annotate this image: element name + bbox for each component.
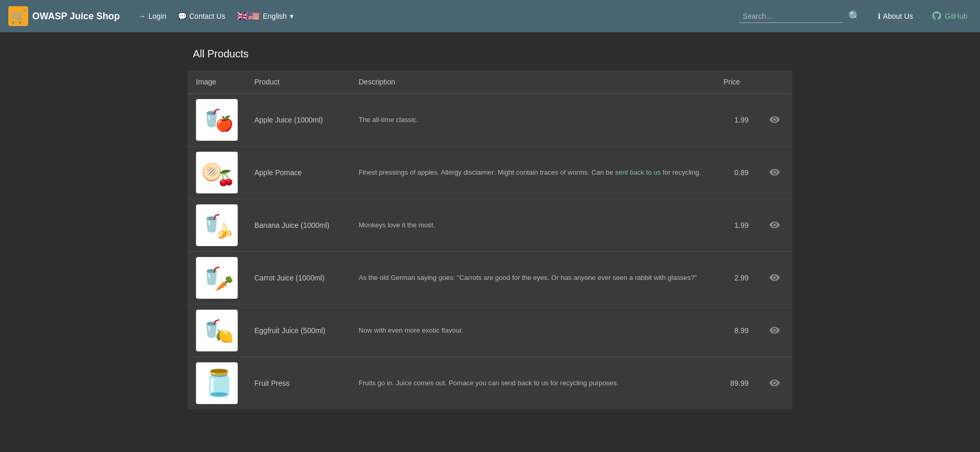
table-row: 🫙 Fruit PressFruits go in. Juice comes o…	[188, 357, 792, 410]
product-price-cell: 8.99	[715, 304, 757, 357]
view-product-button[interactable]	[765, 377, 784, 389]
product-description-cell: The all-time classic.	[350, 94, 715, 146]
product-description: Monkeys love it the most.	[359, 221, 435, 229]
svg-text:🍎: 🍎	[215, 115, 234, 132]
chevron-down-icon: ▾	[290, 12, 293, 20]
language-selector[interactable]: 🇬🇧🇺🇸 English ▾	[232, 8, 298, 24]
svg-text:🍒: 🍒	[217, 169, 235, 187]
view-product-button[interactable]	[765, 114, 784, 126]
eye-icon	[769, 116, 780, 124]
logo-icon: 🛒	[8, 6, 28, 26]
app-title: OWASP Juice Shop	[32, 11, 120, 22]
products-body: 🥤 🍎 Apple Juice (1000ml)The all-time cla…	[188, 94, 792, 410]
login-button[interactable]: → Login	[134, 10, 170, 22]
svg-text:🥕: 🥕	[215, 275, 234, 292]
info-icon: ℹ	[878, 12, 880, 20]
products-table: Image Product Description Price 🥤 🍎 Appl…	[188, 70, 792, 409]
product-name-cell: Fruit Press	[246, 357, 350, 410]
product-price-cell: 1.99	[715, 94, 757, 146]
col-header-action	[757, 70, 792, 94]
eye-icon	[769, 222, 780, 229]
product-image: 🥤 🍋	[196, 310, 238, 351]
product-price: 89.99	[730, 379, 749, 387]
product-image-cell: 🫓 🍒	[188, 146, 246, 199]
table-row: 🫓 🍒 Apple PomaceFinest pressings of appl…	[188, 146, 792, 199]
product-price: 1.99	[734, 221, 749, 229]
view-product-button[interactable]	[765, 325, 784, 336]
header-nav: → Login 💬 Contact Us 🇬🇧🇺🇸 English ▾	[134, 8, 298, 24]
product-description: Fruits go in. Juice comes out. Pomace yo…	[359, 379, 619, 387]
product-description: Finest pressings of apples. Allergy disc…	[359, 168, 701, 176]
eye-icon	[769, 169, 780, 176]
col-header-description: Description	[350, 70, 715, 94]
view-product-button[interactable]	[765, 219, 784, 231]
product-action-cell	[757, 146, 792, 199]
product-price-cell: 2.99	[715, 252, 757, 304]
product-image-cell: 🥤 🍌	[188, 199, 246, 252]
product-name-cell: Carrot Juice (1000ml)	[246, 252, 350, 304]
product-price-cell: 0.89	[715, 146, 757, 199]
product-description-cell: Now with even more exotic flavour.	[350, 304, 715, 357]
product-price: 2.99	[734, 274, 749, 282]
about-us-button[interactable]: ℹ About Us	[874, 10, 917, 22]
contact-icon: 💬	[178, 12, 187, 20]
login-icon: →	[139, 12, 146, 20]
product-name: Apple Juice (1000ml)	[254, 116, 323, 124]
product-description-cell: Monkeys love it the most.	[350, 199, 715, 252]
product-price-cell: 89.99	[715, 357, 757, 410]
product-name-cell: Banana Juice (1000ml)	[246, 199, 350, 252]
product-name: Carrot Juice (1000ml)	[254, 274, 325, 282]
search-icon: 🔍	[848, 10, 861, 22]
product-name-cell: Eggfruit Juice (500ml)	[246, 304, 350, 357]
product-image-cell: 🫙	[188, 357, 246, 410]
search-button[interactable]: 🔍	[846, 8, 863, 25]
product-image: 🥤 🍌	[196, 204, 238, 246]
col-header-product: Product	[246, 70, 350, 94]
eye-icon	[769, 327, 780, 334]
svg-text:🛒: 🛒	[10, 9, 26, 24]
table-row: 🥤 🍋 Eggfruit Juice (500ml)Now with even …	[188, 304, 792, 357]
product-image-cell: 🥤 🍋	[188, 304, 246, 357]
col-header-image: Image	[188, 70, 246, 94]
product-image-cell: 🥤 🍎	[188, 94, 246, 146]
product-description-cell: Finest pressings of apples. Allergy disc…	[350, 146, 715, 199]
product-description: Now with even more exotic flavour.	[359, 326, 463, 334]
description-link[interactable]: sent back to us	[615, 168, 660, 176]
product-action-cell	[757, 94, 792, 146]
product-name: Fruit Press	[254, 379, 290, 387]
product-description-cell: As the old German saying goes: "Carrots …	[350, 252, 715, 304]
product-name-cell: Apple Juice (1000ml)	[246, 94, 350, 146]
product-action-cell	[757, 304, 792, 357]
product-image-cell: 🥤 🥕	[188, 252, 246, 304]
product-action-cell	[757, 199, 792, 252]
page-title: All Products	[188, 48, 792, 60]
app-logo[interactable]: 🛒 OWASP Juice Shop	[8, 6, 120, 26]
view-product-button[interactable]	[765, 167, 784, 178]
product-description-cell: Fruits go in. Juice comes out. Pomace yo…	[350, 357, 715, 410]
product-action-cell	[757, 252, 792, 304]
product-description: As the old German saying goes: "Carrots …	[359, 274, 697, 282]
product-name: Eggfruit Juice (500ml)	[254, 326, 325, 335]
view-product-button[interactable]	[765, 272, 784, 284]
product-price: 8.99	[734, 326, 749, 335]
search-input[interactable]	[739, 10, 843, 23]
product-action-cell	[757, 357, 792, 410]
eye-icon	[769, 380, 780, 387]
eye-icon	[769, 274, 780, 282]
product-image: 🫙	[196, 362, 238, 404]
github-button[interactable]: GitHub	[927, 8, 972, 25]
svg-text:🫙: 🫙	[203, 368, 235, 399]
table-header: Image Product Description Price	[188, 70, 792, 94]
table-row: 🥤 🍎 Apple Juice (1000ml)The all-time cla…	[188, 94, 792, 146]
col-header-price: Price	[715, 70, 757, 94]
main-content: All Products Image Product Description P…	[177, 48, 803, 409]
flag-icons: 🇬🇧🇺🇸	[237, 10, 260, 22]
svg-text:🍌: 🍌	[215, 222, 234, 239]
app-header: 🛒 OWASP Juice Shop → Login 💬 Contact Us …	[0, 0, 980, 32]
product-image: 🥤 🥕	[196, 257, 238, 299]
table-row: 🥤 🍌 Banana Juice (1000ml)Monkeys love it…	[188, 199, 792, 252]
table-row: 🥤 🥕 Carrot Juice (1000ml)As the old Germ…	[188, 252, 792, 304]
contact-us-button[interactable]: 💬 Contact Us	[174, 10, 229, 22]
product-name: Banana Juice (1000ml)	[254, 221, 329, 229]
svg-text:🍋: 🍋	[215, 327, 234, 345]
